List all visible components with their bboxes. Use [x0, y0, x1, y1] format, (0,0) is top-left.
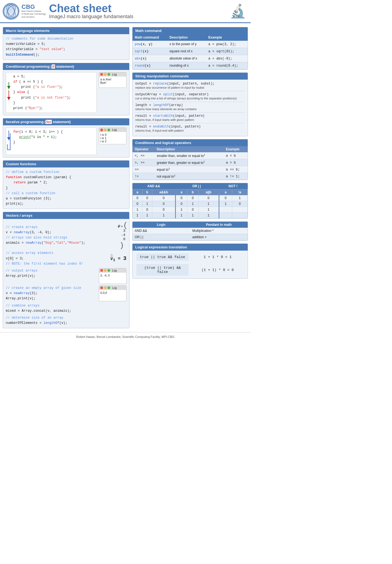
math-desc-round: rounding of x: [167, 62, 206, 69]
conditional-section: Conditional programming (if statement): [3, 63, 129, 115]
math-col-cmd: Math command: [133, 34, 167, 41]
access-code: // access array elements v[0] = 3; // NO…: [6, 251, 108, 267]
ops-desc-neq: not equal to1: [155, 173, 224, 180]
ops-table: Operator Description Example <, <= small…: [133, 146, 248, 180]
cbg-subtitle: Max Planck Institute of Molecular Cell B…: [21, 10, 46, 18]
pendant-row-1: AND && Multiplication *: [133, 228, 248, 234]
string-div-4: [135, 123, 245, 123]
svg-point-3: [8, 5, 14, 18]
pendant-logic-2: OR | |: [133, 234, 190, 240]
code-line-3: stringVariable = "text value";: [6, 47, 126, 52]
for-line-2: print("i is " + i);: [13, 135, 94, 140]
ops-ex-lt: a < b: [224, 152, 248, 159]
ops-desc-gt: greater than, greater or equal to1: [155, 159, 224, 166]
for-log: Log i is 0 i is 1 i is 2: [99, 128, 126, 144]
not-row-3: [219, 207, 248, 213]
not-header-row: a !a: [219, 189, 248, 195]
math-table: Math command Description Example pow(x, …: [133, 34, 248, 69]
ops-col-ex: Example: [224, 146, 248, 152]
size-code: // determine size of an array numberOfEl…: [6, 315, 126, 326]
if-line-6: }: [13, 101, 94, 106]
or-row-3: 101: [176, 207, 218, 213]
pendant-header-row: Logic Pendant in math: [133, 222, 248, 228]
if-arrows-svg: [6, 72, 12, 108]
svg-point-2: [5, 4, 17, 19]
and-th-b: b: [142, 189, 152, 195]
not-group-header: NOT !: [218, 183, 248, 189]
log-titlebar-3: Log: [99, 269, 126, 273]
logic-expr-math-2: (1 + 1) * 0 = 0: [191, 266, 244, 274]
pendant-th-logic: Logic: [133, 222, 190, 228]
size-line-1: // determine size of an array: [6, 315, 126, 321]
and-row-2: 010: [133, 201, 175, 207]
string-div-1: [135, 91, 245, 91]
truth-tables-row: a b a&&b 000 010 100 111: [133, 189, 248, 218]
if-line-1: a = 5;: [13, 74, 94, 79]
math-row-round: round(x) rounding of x a = round(9.4);: [133, 62, 248, 69]
or-header-row: a b a||b: [176, 189, 218, 195]
if-log: Log a is five! Bye!: [99, 72, 126, 88]
header-text: Cheat sheet ImageJ macro language fundam…: [49, 3, 226, 20]
ops-header-row: Operator Description Example: [133, 146, 248, 152]
custom-header: Custom functions: [3, 161, 129, 167]
ops-op-gt: >, >=: [133, 159, 155, 166]
empty-inner: // create an empty array of given size v…: [6, 286, 126, 302]
sub-title: ImageJ macro language fundamentals: [49, 14, 226, 20]
log-titlebar-4: Log: [99, 286, 126, 290]
comb-line-2: mixed = Array.concat(v, animals);: [6, 308, 126, 314]
log-label-3: Log: [112, 269, 117, 272]
truth-section: AND && OR | | NOT ! a b a&&b: [132, 183, 248, 219]
and-header-row: a b a&&b: [133, 189, 175, 195]
not-table-wrapper: a !a 01 10: [219, 189, 248, 218]
log-label-4: Log: [112, 286, 117, 289]
log-label-1: Log: [112, 73, 117, 76]
right-column: Math command Math command Description Ex…: [132, 27, 248, 328]
or-th-a: a: [176, 189, 187, 195]
or-row-1: 000: [176, 195, 218, 201]
string-code-replace: output = replace(input, pattern, subst);: [135, 82, 245, 86]
ops-desc-lt: smaller than, smaller or equal to1: [155, 152, 224, 159]
string-section: String manipulation commands output = re…: [132, 72, 248, 136]
if-line-7: print ("Bye!");: [13, 106, 94, 111]
for-code-lines: for(i = 0; i < 3; i++ ) { print("i is " …: [13, 129, 94, 145]
math-desc-abs: absolute value of x: [167, 55, 206, 62]
string-desc-replace: replace any occurrence of pattern in inp…: [135, 86, 245, 89]
log-dot-green-2: [107, 129, 110, 131]
if-log-window: Log a is five! Bye!: [99, 72, 126, 88]
conditional-body: a = 5; if ( a == 5 ) { print ("a is five…: [3, 70, 129, 115]
log-dot-red-3: [100, 269, 103, 272]
pendant-math-1: Multiplication *: [190, 228, 248, 234]
not-row-2: 10: [219, 201, 248, 207]
logic-expr-math-1: 1 + 1 * 0 = 1: [191, 253, 244, 261]
custom-line-6: a = customFuncyion (3);: [6, 196, 126, 201]
log-titlebar-1: Log: [99, 72, 126, 77]
string-item-replace: output = replace(input, pattern, subst);…: [135, 82, 245, 89]
main-content: Macro language elements // comments for …: [0, 23, 251, 331]
or-table: a b a||b 000 011 101 111: [176, 189, 218, 218]
string-item-ends: result = endsWith(input, pattern) return…: [135, 125, 245, 132]
v0-display: v⃗1 = 3: [110, 255, 126, 262]
page-footer: Robert Haase, Benoit Lombardot, Scientif…: [0, 332, 251, 341]
log-dot-green-3: [107, 269, 110, 272]
for-log-window: Log i is 0 i is 1 i is 2: [99, 128, 126, 144]
for-log-1: i is 0: [100, 133, 125, 136]
pendant-table-wrapper: Logic Pendant in math AND && Multiplicat…: [133, 222, 248, 240]
truth-headers: AND && OR | | NOT !: [133, 183, 248, 189]
create-arrays-code: // create arrays v = newArray(3, -4, 0);…: [6, 225, 115, 246]
access-row-inner: // access array elements v[0] = 3; // NO…: [6, 251, 126, 267]
iterative-body: for(i = 0; i < 3; i++ ) { print("i is " …: [3, 125, 129, 157]
custom-code: // define a custom function function cus…: [6, 170, 126, 207]
and-row-1: 000: [133, 195, 175, 201]
acc-line-3: // NOTE: the first element has index 0!: [6, 261, 108, 267]
access-arrays-row: // access array elements v[0] = 3; // NO…: [6, 251, 126, 267]
string-desc-ends: returns true, if input end with pattern: [135, 129, 245, 132]
not-th-a: a: [219, 189, 232, 195]
for-code: for(i = 0; i < 3; i++ ) { print("i is " …: [6, 128, 97, 155]
code-line-2: numericVariable = 5;: [6, 42, 126, 47]
page-header: CBG Max Planck Institute of Molecular Ce…: [0, 0, 251, 23]
for-log-3: i is 2: [100, 140, 125, 143]
log-dot-red-4: [100, 286, 103, 289]
va-line-3: // arrays can also hold strings: [6, 235, 115, 240]
va-line-4: animals = newArray("Dog","Cat","Mouse");: [6, 240, 115, 246]
math-ex-pow: a = pow(3, 2);: [206, 41, 248, 48]
